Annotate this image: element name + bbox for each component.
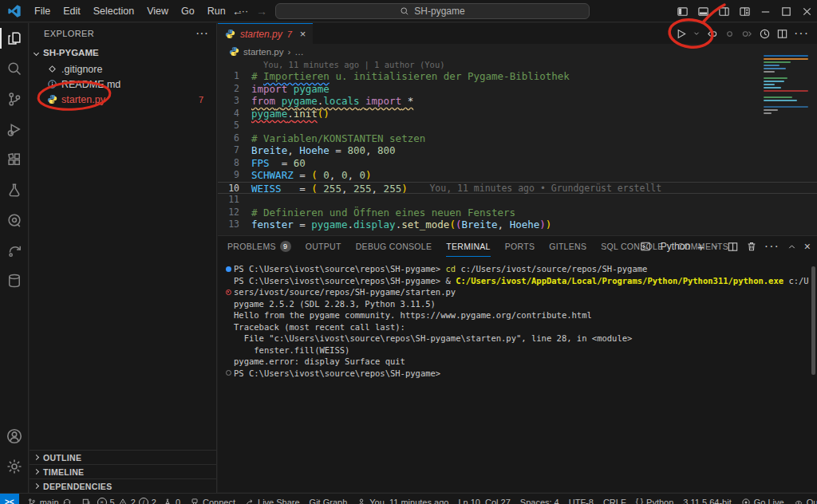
menu-edit[interactable]: Edit: [57, 3, 87, 19]
activitybar-database[interactable]: [0, 266, 29, 296]
plus-icon[interactable]: +: [697, 241, 705, 253]
activitybar-search[interactable]: [0, 53, 29, 84]
status-cursor-position[interactable]: Ln 10, Col 27: [453, 494, 515, 504]
panel-tab-ports[interactable]: PORTS: [505, 236, 535, 257]
activitybar-run-debug[interactable]: [0, 114, 29, 144]
split-icon[interactable]: [776, 28, 788, 40]
status-encoding[interactable]: UTF-8: [564, 494, 598, 504]
activitybar-settings[interactable]: [0, 451, 29, 482]
chev-down-icon[interactable]: [712, 242, 720, 250]
tab-close-icon[interactable]: ×: [300, 28, 306, 40]
layout-sidebar-right-icon[interactable]: [713, 0, 734, 22]
status-interpreter[interactable]: 3.11.5 64-bit: [678, 494, 736, 504]
code-line-9: 9SCHWARZ = ( 0, 0, 0): [218, 169, 817, 182]
layout-grid-icon[interactable]: [734, 0, 755, 22]
close-icon[interactable]: [796, 0, 817, 22]
status-warnings[interactable]: 2: [116, 494, 137, 504]
status-errors[interactable]: ×5: [96, 494, 116, 504]
change-icon[interactable]: [724, 28, 736, 40]
activitybar-testing[interactable]: [0, 175, 29, 205]
terminal-scrollbar[interactable]: [811, 266, 815, 375]
panel-tab-debug-console[interactable]: DEBUG CONSOLE: [356, 236, 432, 257]
tree-root-sh-pygame[interactable]: SH-PYGAME: [30, 44, 216, 61]
status-indentation[interactable]: Spaces: 4: [515, 494, 564, 504]
more-icon[interactable]: ···: [794, 26, 809, 41]
status-sql-connect[interactable]: Connect: [185, 494, 240, 504]
status-broadcast[interactable]: 0: [158, 494, 185, 504]
activitybar-gitlens[interactable]: [0, 205, 29, 235]
panel-tab-terminal[interactable]: TERMINAL: [446, 236, 491, 257]
status-git-graph[interactable]: Git Graph: [305, 494, 353, 504]
menu-file[interactable]: File: [28, 3, 57, 19]
section-timeline[interactable]: TIMELINE: [30, 464, 217, 478]
terminal[interactable]: PS C:\Users\ivost\source\repos\SH-pygame…: [218, 257, 817, 379]
file-label: .gitignore: [61, 64, 102, 75]
code-line-4: 4pygame.init(): [218, 108, 817, 120]
close-x-icon[interactable]: ×: [804, 241, 811, 252]
panel-tab-problems[interactable]: PROBLEMS9: [227, 236, 291, 257]
command-center-search[interactable]: SH-pygame: [275, 3, 590, 19]
terminal-icon: [640, 241, 651, 252]
editor-tab-bar: starten.py 7 × ···: [218, 23, 817, 44]
split-icon[interactable]: [727, 241, 739, 253]
plug-icon: [190, 498, 199, 504]
line-number: 5: [218, 120, 251, 132]
tab-starten-py[interactable]: starten.py 7 ×: [218, 23, 313, 44]
status-live-share[interactable]: Live Share: [240, 494, 305, 504]
section-dependencies[interactable]: DEPENDENCIES: [30, 478, 217, 493]
file-readme-md[interactable]: README.md: [30, 77, 216, 92]
breadcrumb-file: starten.py: [243, 47, 284, 57]
maximize-icon[interactable]: [776, 0, 796, 22]
status-go-live[interactable]: Go Live: [736, 494, 789, 504]
status-text: 2: [131, 498, 136, 504]
layout-sidebar-left-icon[interactable]: [672, 0, 693, 22]
status-infos[interactable]: i2: [137, 494, 158, 504]
history-icon[interactable]: [759, 28, 771, 40]
next-change-icon[interactable]: [741, 28, 753, 40]
terminal-line: PS C:\Users\ivost\source\repos\SH-pygame…: [223, 263, 817, 275]
activitybar-git-actions[interactable]: [0, 235, 29, 266]
menu-view[interactable]: View: [140, 3, 175, 19]
file--gitignore[interactable]: .gitignore: [30, 61, 216, 77]
file-starten-py[interactable]: starten.py7: [30, 92, 216, 107]
panel-tab-output[interactable]: OUTPUT: [306, 236, 341, 257]
minimap[interactable]: [764, 55, 809, 116]
nav-back-icon[interactable]: ←: [227, 5, 248, 18]
remote-indicator[interactable]: ><: [0, 494, 19, 504]
layout-panel-icon[interactable]: [693, 0, 713, 22]
nav-forward-icon[interactable]: →: [251, 5, 272, 18]
menu-go[interactable]: Go: [175, 3, 201, 19]
status-eol[interactable]: CRLF: [598, 494, 631, 504]
section-outline[interactable]: OUTLINE: [30, 450, 217, 464]
terminal-decoration: [223, 370, 234, 376]
problems-badge: 9: [280, 241, 291, 252]
activitybar-extensions[interactable]: [0, 144, 29, 175]
chev-down-icon[interactable]: [693, 30, 701, 37]
status-blame-status[interactable]: You, 11 minutes ago: [352, 494, 453, 504]
activitybar-account[interactable]: [0, 421, 29, 451]
activitybar-source-control[interactable]: [0, 84, 29, 114]
play-icon[interactable]: [675, 28, 687, 40]
status-branch[interactable]: main: [22, 494, 77, 504]
activitybar-explorer[interactable]: [0, 23, 29, 53]
chev-up-icon[interactable]: [787, 242, 797, 252]
status-language-mode[interactable]: { }Python: [631, 494, 679, 504]
status-quokka[interactable]: Quokka: [789, 494, 817, 504]
quokka-icon: [794, 498, 803, 504]
breadcrumb[interactable]: starten.py › …: [218, 44, 817, 59]
menu-selection[interactable]: Selection: [87, 3, 140, 19]
sidebar-more-icon[interactable]: ···: [195, 26, 208, 41]
minimize-icon[interactable]: [755, 0, 776, 22]
gitlens-codelens[interactable]: You, 11 minutes ago | 1 author (You): [218, 59, 817, 70]
code-editor[interactable]: You, 11 minutes ago | 1 author (You) 1# …: [218, 59, 817, 231]
window-controls: [672, 0, 817, 22]
prev-change-icon[interactable]: [706, 28, 718, 40]
shell-label[interactable]: Python: [661, 241, 690, 252]
status-compare[interactable]: [77, 494, 96, 504]
trash-icon[interactable]: [746, 241, 757, 252]
panel-tab-gitlens[interactable]: GITLENS: [549, 236, 586, 257]
more-icon[interactable]: ···: [764, 239, 780, 254]
minimap-line: [764, 109, 778, 111]
line-number: 3: [218, 95, 251, 108]
search-value: SH-pygame: [414, 6, 464, 17]
